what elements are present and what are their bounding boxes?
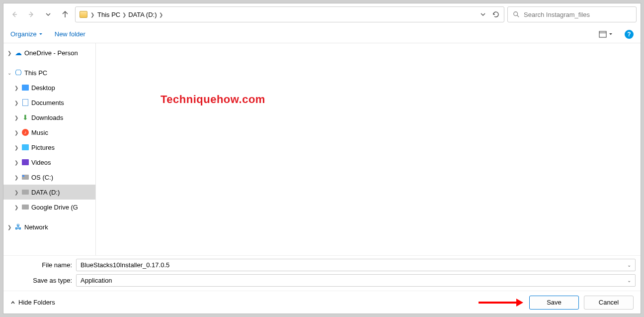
chevron-up-icon <box>10 300 15 305</box>
view-options[interactable] <box>599 31 613 38</box>
tree-label: Downloads <box>31 114 63 121</box>
tree-item-os-c[interactable]: ❯ OS (C:) <box>3 170 95 185</box>
tree-label: OS (C:) <box>31 174 53 181</box>
save-dialog: ❯ This PC ❯ DATA (D:) ❯ Organize New fol… <box>3 3 641 314</box>
chevron-right-icon: ❯ <box>159 12 163 17</box>
arrow-right-icon <box>27 10 35 18</box>
tree-item-thispc[interactable]: ⌄ 🖵 This PC <box>3 65 95 80</box>
tree-label: Network <box>24 223 48 231</box>
layout-icon <box>599 31 607 38</box>
chevron-down-icon <box>45 11 51 17</box>
search-box[interactable] <box>507 6 637 22</box>
tree-item-onedrive[interactable]: ❯ ☁ OneDrive - Person <box>3 45 95 60</box>
chevron-down-icon[interactable]: ⌄ <box>627 262 631 268</box>
breadcrumb: This PC ❯ DATA (D:) ❯ <box>97 11 477 18</box>
tree-item-network[interactable]: ❯🖧 Network <box>3 219 95 234</box>
recent-dropdown[interactable] <box>41 7 55 21</box>
tree-label: OneDrive - Person <box>24 49 78 57</box>
address-bar[interactable]: ❯ This PC ❯ DATA (D:) ❯ <box>75 6 504 22</box>
filename-input[interactable]: BlueStacks10Installer_0.17.0.5 ⌄ <box>76 259 636 271</box>
download-icon: ⬇ <box>21 113 29 121</box>
network-icon: 🖧 <box>14 223 22 231</box>
tree-label: Videos <box>31 159 51 166</box>
chevron-right-icon: ❯ <box>122 12 126 17</box>
document-icon <box>22 99 28 106</box>
forward-button[interactable] <box>24 7 38 21</box>
saveastype-label: Save as type: <box>8 277 76 284</box>
folder-icon <box>80 11 87 18</box>
tree-item-desktop[interactable]: ❯ Desktop <box>3 80 95 95</box>
chevron-right-icon: ❯ <box>90 12 94 17</box>
tree-label: Pictures <box>31 144 55 151</box>
caret-down-icon <box>609 32 613 36</box>
cloud-icon: ☁ <box>14 49 22 57</box>
command-toolbar: Organize New folder ? <box>3 25 641 43</box>
help-button[interactable]: ? <box>625 30 634 39</box>
drive-icon <box>22 190 29 195</box>
tree-item-videos[interactable]: ❯ Videos <box>3 155 95 170</box>
search-input[interactable] <box>524 11 631 18</box>
arrow-left-icon <box>10 10 18 18</box>
file-list-pane[interactable]: Techniquehow.com <box>96 43 641 255</box>
drive-icon <box>22 175 29 180</box>
search-icon <box>513 11 520 18</box>
tree-item-pictures[interactable]: ❯ Pictures <box>3 140 95 155</box>
caret-down-icon <box>39 32 43 36</box>
monitor-icon: 🖵 <box>14 69 22 77</box>
dialog-footer: Hide Folders Save Cancel <box>3 291 641 314</box>
tree-item-gdrive[interactable]: ❯ Google Drive (G <box>3 200 95 214</box>
body-area: ❯ ☁ OneDrive - Person ⌄ 🖵 This PC ❯ Desk… <box>3 43 641 255</box>
cancel-button[interactable]: Cancel <box>584 296 634 310</box>
refresh-icon[interactable] <box>492 10 500 18</box>
up-button[interactable] <box>58 7 72 21</box>
filename-area: File name: BlueStacks10Installer_0.17.0.… <box>3 255 641 291</box>
tree-label: DATA (D:) <box>31 189 60 196</box>
arrow-up-icon <box>61 10 69 18</box>
tree-item-documents[interactable]: ❯ Documents <box>3 95 95 110</box>
breadcrumb-item[interactable]: This PC <box>97 11 120 18</box>
watermark-text: Techniquehow.com <box>161 93 265 106</box>
drive-icon <box>22 205 29 210</box>
annotation-arrow <box>479 302 518 304</box>
new-folder-button[interactable]: New folder <box>55 30 85 38</box>
saveastype-select[interactable]: Application ⌄ <box>76 274 636 287</box>
music-icon: ♪ <box>22 129 29 136</box>
tree-label: Desktop <box>31 84 55 92</box>
breadcrumb-item[interactable]: DATA (D:) <box>128 11 157 18</box>
filename-label: File name: <box>8 261 76 269</box>
tree-label: Documents <box>31 99 64 106</box>
saveastype-value: Application <box>80 277 112 284</box>
navigation-tree[interactable]: ❯ ☁ OneDrive - Person ⌄ 🖵 This PC ❯ Desk… <box>3 43 96 255</box>
tree-item-data-d[interactable]: ❯ DATA (D:) <box>3 185 95 200</box>
tree-label: Music <box>31 129 48 136</box>
filename-value: BlueStacks10Installer_0.17.0.5 <box>80 261 169 269</box>
svg-rect-1 <box>599 31 606 37</box>
desktop-icon <box>22 85 29 91</box>
tree-label: This PC <box>24 69 47 77</box>
back-button[interactable] <box>7 7 21 21</box>
hide-folders-toggle[interactable]: Hide Folders <box>10 299 55 306</box>
svg-point-0 <box>514 12 518 16</box>
tree-item-music[interactable]: ❯♪ Music <box>3 125 95 140</box>
save-button[interactable]: Save <box>529 296 579 310</box>
pictures-icon <box>22 144 29 150</box>
tree-label: Google Drive (G <box>31 204 78 211</box>
navigation-toolbar: ❯ This PC ❯ DATA (D:) ❯ <box>3 3 641 25</box>
chevron-down-icon[interactable] <box>480 11 486 17</box>
videos-icon <box>22 159 29 165</box>
chevron-down-icon[interactable]: ⌄ <box>627 278 631 283</box>
tree-item-downloads[interactable]: ❯⬇ Downloads <box>3 110 95 125</box>
organize-menu[interactable]: Organize <box>10 30 43 38</box>
